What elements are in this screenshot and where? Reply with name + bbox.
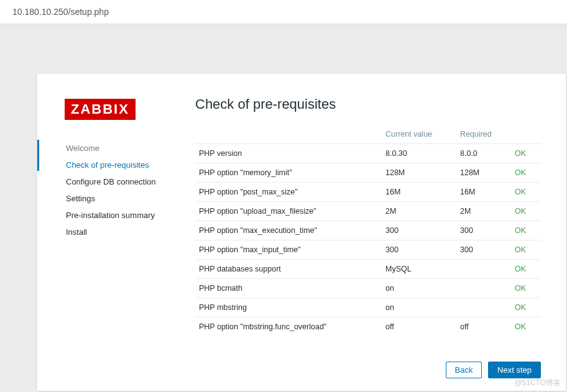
cell-current: 16M [382,183,456,202]
cell-status: OK [511,260,541,279]
cell-required: 300 [456,221,511,240]
table-row: PHP option "post_max_size"16M16MOK [195,183,541,202]
cell-required: 16M [456,183,511,202]
table-row: PHP option "memory_limit"128M128MOK [195,163,541,183]
cell-current: on [382,298,456,317]
cell-status: OK [511,240,541,260]
page-background: ZABBIX WelcomeCheck of pre-requisitesCon… [0,24,567,392]
cell-current: off [382,317,456,335]
cell-name: PHP mbstring [195,298,382,317]
step-marker [37,140,39,171]
table-row: PHP mbstringonOK [195,298,541,317]
table-row: PHP version8.0.308.0.0OK [195,144,541,163]
left-column: ZABBIX WelcomeCheck of pre-requisitesCon… [65,99,195,391]
table-row: PHP option "mbstring.func_overload"offof… [195,317,541,335]
cell-name: PHP option "memory_limit" [195,163,382,183]
table-row: PHP option "upload_max_filesize"2M2MOK [195,202,541,221]
cell-status: OK [511,183,541,202]
cell-current: 300 [382,221,456,240]
table-row: PHP bcmathonOK [195,279,541,298]
cell-name: PHP version [195,144,382,163]
requisites-table: Current value Required PHP version8.0.30… [195,125,541,335]
cell-required: 128M [456,163,511,183]
cell-required: 8.0.0 [456,144,511,163]
cell-status: OK [511,163,541,183]
cell-name: PHP option "upload_max_filesize" [195,202,382,221]
cell-name: PHP option "mbstring.func_overload" [195,317,382,335]
step-item[interactable]: Check of pre-requisites [66,157,195,173]
step-item[interactable]: Pre-installation summary [66,207,195,224]
zabbix-logo: ZABBIX [65,99,136,120]
setup-container: ZABBIX WelcomeCheck of pre-requisitesCon… [37,74,566,391]
cell-status: OK [511,202,541,221]
col-name [195,125,382,144]
cell-required [456,298,511,317]
button-bar: Back Next step [442,362,541,378]
cell-current: MySQL [382,260,456,279]
cell-name: PHP option "max_execution_time" [195,221,382,240]
requisites-scroll[interactable]: Current value Required PHP version8.0.30… [195,125,541,335]
col-status [511,125,541,144]
col-current: Current value [382,125,456,144]
cell-status: OK [511,317,541,335]
step-item[interactable]: Configure DB connection [66,173,195,190]
table-header-row: Current value Required [195,125,541,144]
cell-current: on [382,279,456,298]
cell-current: 8.0.30 [382,144,456,163]
watermark: @51CTO博客 [514,378,561,388]
step-item[interactable]: Welcome [66,140,195,157]
cell-name: PHP option "post_max_size" [195,183,382,202]
step-item[interactable]: Settings [66,190,195,207]
cell-required: 300 [456,240,511,260]
step-item[interactable]: Install [66,224,195,240]
back-button[interactable]: Back [446,362,482,378]
cell-current: 128M [382,163,456,183]
cell-required [456,279,511,298]
cell-status: OK [511,279,541,298]
cell-status: OK [511,221,541,240]
cell-current: 2M [382,202,456,221]
cell-name: PHP bcmath [195,279,382,298]
cell-name: PHP databases support [195,260,382,279]
cell-required: 2M [456,202,511,221]
cell-current: 300 [382,240,456,260]
cell-status: OK [511,144,541,163]
table-row: PHP databases supportMySQLOK [195,260,541,279]
url-bar[interactable]: 10.180.10.250/setup.php [0,0,567,24]
cell-required [456,260,511,279]
table-row: PHP option "max_execution_time"300300OK [195,221,541,240]
right-column: Check of pre-requisites Current value Re… [195,99,541,391]
col-required: Required [456,125,511,144]
cell-status: OK [511,298,541,317]
next-step-button[interactable]: Next step [488,362,541,378]
table-row: PHP option "max_input_time"300300OK [195,240,541,260]
setup-steps: WelcomeCheck of pre-requisitesConfigure … [65,140,195,240]
page-title: Check of pre-requisites [195,96,541,112]
cell-name: PHP option "max_input_time" [195,240,382,260]
cell-required: off [456,317,511,335]
